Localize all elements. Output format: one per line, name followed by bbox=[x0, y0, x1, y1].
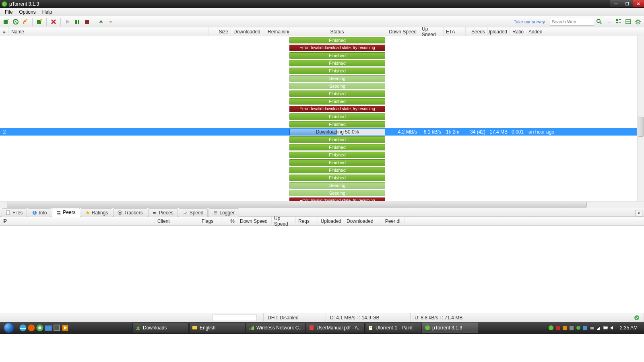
expand-detail-button[interactable]: ▾ bbox=[635, 210, 642, 216]
torrent-row[interactable]: Finished bbox=[0, 113, 644, 120]
col-eta[interactable]: ETA bbox=[444, 27, 466, 36]
col-downspeed[interactable]: Down Speed bbox=[385, 27, 419, 36]
move-up-button[interactable] bbox=[97, 17, 105, 26]
torrent-row[interactable]: Finished bbox=[0, 151, 644, 158]
tab-trackers[interactable]: Trackers bbox=[113, 208, 147, 217]
torrent-row[interactable]: Finished bbox=[0, 36, 644, 44]
start-button[interactable] bbox=[63, 17, 72, 26]
torrent-row[interactable]: Finished bbox=[0, 166, 644, 174]
tab-logger[interactable]: Logger bbox=[208, 208, 239, 217]
status-upload[interactable]: U: 8.8 kB/s T: 71.4 MB bbox=[411, 313, 497, 322]
tray-battery-icon[interactable] bbox=[603, 325, 609, 331]
torrent-row[interactable]: Finished bbox=[0, 174, 644, 181]
window-minimize-button[interactable]: — bbox=[610, 0, 621, 7]
menu-help[interactable]: Help bbox=[39, 8, 56, 16]
peercol-pct[interactable]: % bbox=[221, 217, 237, 225]
search-input[interactable] bbox=[550, 18, 594, 26]
tab-info[interactable]: iInfo bbox=[28, 208, 51, 217]
firefox-icon[interactable] bbox=[27, 323, 35, 333]
create-torrent-button[interactable] bbox=[35, 17, 44, 26]
add-rss-button[interactable] bbox=[21, 17, 30, 26]
start-button[interactable] bbox=[1, 322, 17, 333]
taskbar-clock[interactable]: 2:35 AM bbox=[617, 325, 641, 331]
ie-icon[interactable] bbox=[19, 323, 27, 333]
tray-network-icon[interactable] bbox=[596, 325, 602, 331]
peercol-down[interactable]: Down Speed bbox=[237, 217, 272, 225]
status-dht[interactable]: DHT: Disabled bbox=[264, 313, 326, 322]
peercol-flags[interactable]: Flags bbox=[199, 217, 221, 225]
col-upspeed[interactable]: Up Speed bbox=[419, 27, 444, 36]
torrent-row[interactable]: Seeding bbox=[0, 181, 644, 189]
peer-list[interactable] bbox=[0, 226, 644, 313]
torrent-row[interactable]: Error: Invalid download state, try resum… bbox=[0, 105, 644, 113]
torrent-row[interactable]: Finished bbox=[0, 67, 644, 74]
move-down-button[interactable] bbox=[106, 17, 115, 26]
task-paint[interactable]: Utorrent-1 - Paint bbox=[365, 323, 421, 333]
pause-button[interactable] bbox=[73, 17, 82, 26]
category-view-button[interactable] bbox=[614, 17, 623, 26]
col-remaining[interactable]: Remaining bbox=[265, 27, 289, 36]
col-size[interactable]: Size bbox=[209, 27, 231, 36]
statusbar-dropzone[interactable] bbox=[213, 315, 257, 321]
tray-icon[interactable] bbox=[589, 325, 595, 331]
tab-pieces[interactable]: Pieces bbox=[148, 208, 178, 217]
add-torrent-button[interactable] bbox=[2, 17, 10, 26]
tray-icon[interactable] bbox=[576, 325, 581, 331]
col-seeds[interactable]: Seeds bbox=[466, 27, 488, 36]
task-downloads[interactable]: Downloads bbox=[132, 323, 189, 333]
window-maximize-button[interactable]: ❐ bbox=[621, 0, 633, 7]
explorer-icon[interactable] bbox=[44, 323, 52, 333]
show-desktop-icon[interactable] bbox=[53, 323, 61, 333]
task-english[interactable]: English bbox=[189, 323, 246, 333]
peercol-uploaded[interactable]: Uploaded bbox=[318, 217, 344, 225]
torrent-row[interactable]: Seeding bbox=[0, 189, 644, 197]
torrent-row[interactable]: Error: Invalid download state, try resum… bbox=[0, 197, 644, 201]
col-name[interactable]: Name bbox=[9, 27, 209, 36]
menu-file[interactable]: File bbox=[2, 8, 16, 16]
torrent-row[interactable]: Finished bbox=[0, 158, 644, 166]
col-downloaded[interactable]: Downloaded bbox=[231, 27, 265, 36]
media-player-icon[interactable] bbox=[61, 323, 69, 333]
peercol-downloaded[interactable]: Downloaded bbox=[344, 217, 380, 225]
peercol-peerdl[interactable]: Peer dl. bbox=[380, 217, 405, 225]
search-dropdown-button[interactable] bbox=[605, 17, 613, 26]
torrent-row[interactable]: 2Downloading 50.0%4.2 MB/s8.1 kB/s1h 2m3… bbox=[0, 128, 644, 136]
tray-icon[interactable] bbox=[555, 325, 561, 331]
search-button[interactable] bbox=[595, 17, 604, 26]
torrent-row[interactable]: Finished bbox=[0, 143, 644, 151]
col-added[interactable]: Added bbox=[526, 27, 558, 36]
tray-icon[interactable] bbox=[569, 325, 574, 331]
window-close-button[interactable]: ✕ bbox=[633, 0, 644, 7]
remove-button[interactable] bbox=[49, 17, 58, 26]
horizontal-scrollbar[interactable] bbox=[0, 201, 644, 208]
torrent-row[interactable]: Error: Invalid download state, try resum… bbox=[0, 44, 644, 51]
task-utorrent[interactable]: µTorrent 3.1.3 bbox=[422, 323, 478, 333]
torrent-row[interactable]: Seeding bbox=[0, 82, 644, 90]
torrent-list[interactable]: FinishedError: Invalid download state, t… bbox=[0, 36, 644, 201]
status-download[interactable]: D: 4.1 MB/s T: 14.9 GB bbox=[326, 313, 411, 322]
peercol-reqs[interactable]: Reqs bbox=[296, 217, 318, 225]
tray-icon[interactable] bbox=[562, 325, 568, 331]
peercol-up[interactable]: Up Speed bbox=[272, 217, 296, 225]
torrent-row[interactable]: Finished bbox=[0, 90, 644, 97]
vertical-scrollbar[interactable] bbox=[637, 36, 644, 201]
tab-speed[interactable]: Speed bbox=[179, 208, 208, 217]
col-ratio[interactable]: Ratio bbox=[510, 27, 526, 36]
chrome-icon[interactable] bbox=[36, 323, 44, 333]
torrent-row[interactable]: Seeding bbox=[0, 74, 644, 82]
tab-files[interactable]: Files bbox=[2, 208, 27, 217]
tab-ratings[interactable]: Ratings bbox=[81, 208, 113, 217]
stop-button[interactable] bbox=[83, 17, 91, 26]
add-url-button[interactable] bbox=[11, 17, 20, 26]
preferences-button[interactable] bbox=[634, 17, 642, 26]
detail-view-button[interactable] bbox=[624, 17, 633, 26]
peercol-ip[interactable]: IP bbox=[0, 217, 155, 225]
torrent-row[interactable]: Finished bbox=[0, 136, 644, 143]
system-tray[interactable]: 2:35 AM bbox=[546, 325, 643, 331]
torrent-row[interactable]: Finished bbox=[0, 51, 644, 59]
torrent-row[interactable]: Finished bbox=[0, 97, 644, 105]
tray-utorrent-icon[interactable] bbox=[548, 325, 554, 331]
torrent-row[interactable]: Finished bbox=[0, 120, 644, 128]
task-usermanual[interactable]: UserManual.pdf - A... bbox=[306, 323, 365, 333]
torrent-row[interactable]: Finished bbox=[0, 59, 644, 67]
